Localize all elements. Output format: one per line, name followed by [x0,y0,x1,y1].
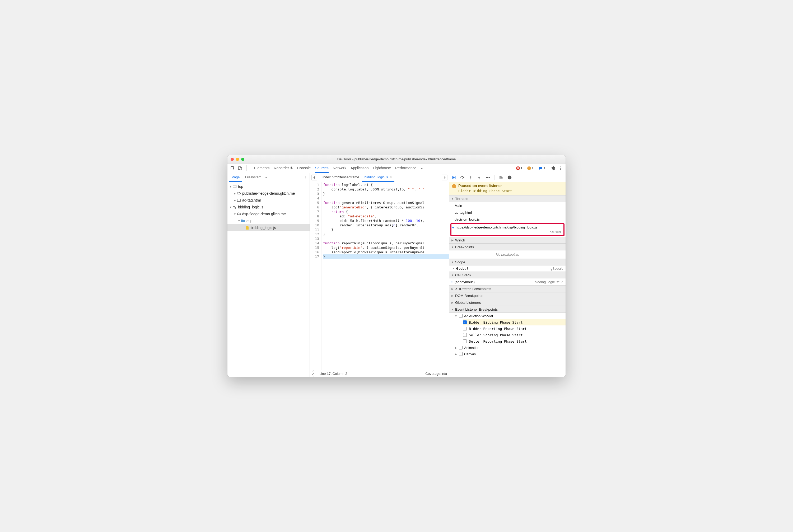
elb-option[interactable]: ✓Bidder Bidding Phase Start [463,319,566,325]
tree-file-bidding-logic[interactable]: bidding_logic.js [227,224,309,231]
zoom-window-button[interactable] [241,158,244,161]
elb-option[interactable]: Seller Reporting Phase Start [463,338,566,344]
breakpoints-empty: No breakpoints [449,250,566,259]
elb-group-ad-auction[interactable]: ▼Ad Auction Worklet [454,313,566,319]
tab-lighthouse[interactable]: Lighthouse [373,164,391,173]
checkbox-icon[interactable] [463,333,467,337]
titlebar: DevTools - publisher-fledge-demo.glitch.… [227,155,566,164]
scope-global-row[interactable]: ▶ Global global [449,265,566,271]
error-count[interactable]: ✕1 [515,166,524,170]
checkbox-mixed-icon[interactable] [459,314,462,318]
tree-folder-dsp[interactable]: ▼dsp [227,217,309,224]
cloud-icon [237,212,241,216]
inspect-element-icon[interactable] [229,165,236,171]
elb-group-canvas[interactable]: ▶Canvas [454,351,566,357]
nav-forward-button[interactable] [442,175,448,180]
minimize-window-button[interactable] [236,158,239,161]
svg-rect-10 [455,176,456,179]
svg-point-9 [234,207,236,209]
tab-recorder[interactable]: Recorder ⚗ [274,164,293,173]
tree-host-publisher[interactable]: ▶publisher-fledge-demo.glitch.me [227,190,309,197]
window-title: DevTools - publisher-fledge-demo.glitch.… [227,157,566,161]
issues-count[interactable]: 1 [537,166,547,171]
tab-network[interactable]: Network [333,164,346,173]
step-over-button[interactable] [460,175,465,180]
folder-icon [241,219,245,223]
tab-application[interactable]: Application [351,164,369,173]
close-window-button[interactable] [231,158,234,161]
checkbox-checked-icon[interactable]: ✓ [463,320,467,324]
checkbox-icon[interactable] [459,346,462,349]
current-frame-arrow-icon: ➔ [450,280,453,284]
panel-tabs: Elements Recorder ⚗ Console Sources Netw… [250,164,514,173]
resume-button[interactable] [451,175,456,180]
checkbox-icon[interactable] [463,339,467,343]
tab-sources[interactable]: Sources [315,164,328,173]
info-icon: i [452,184,456,188]
debugger-toolbar [449,173,566,182]
svg-point-14 [489,177,490,178]
navigator-kebab-icon[interactable]: ⋮ [302,175,308,179]
svg-rect-16 [509,176,509,178]
tree-host-dsp[interactable]: ▼dsp-fledge-demo.glitch.me [227,211,309,217]
tab-performance[interactable]: Performance [395,164,416,173]
tab-elements[interactable]: Elements [254,164,269,173]
svg-rect-2 [240,168,242,170]
elb-option[interactable]: Bidder Reporting Phase Start [463,325,566,332]
section-scope[interactable]: ▼Scope [449,259,566,265]
callstack-frame-0[interactable]: ➔ (anonymous) bidding_logic.js:17 [449,279,566,285]
thread-main[interactable]: Main [449,202,566,209]
checkbox-icon[interactable] [463,327,467,330]
settings-icon[interactable] [550,165,556,171]
step-into-button[interactable] [468,175,473,180]
tab-console[interactable]: Console [297,164,310,173]
section-global-listeners[interactable]: ▶Global Listeners [449,299,566,306]
pause-title: Paused on event listener [458,184,512,188]
thread-decision[interactable]: decision_logic.js [449,216,566,223]
subtab-page[interactable]: Page [229,173,242,182]
thread-active-highlight[interactable]: ➔ https://dsp-fledge-demo.glitch.me/dsp/… [450,223,565,236]
code-editor[interactable]: 1234567891011121314151617 function log(l… [310,182,449,370]
more-tabs-icon[interactable]: » [420,166,423,170]
section-dom-breakpoints[interactable]: ▶DOM Breakpoints [449,292,566,299]
section-watch[interactable]: ▶Watch [449,237,566,244]
step-out-button[interactable] [477,175,482,180]
devtools-window: DevTools - publisher-fledge-demo.glitch.… [227,155,566,377]
pause-on-exceptions-button[interactable] [507,175,512,180]
step-button[interactable] [485,175,490,180]
svg-point-8 [233,206,235,207]
close-tab-icon[interactable]: × [390,175,392,179]
debugger-pane: i Paused on event listener Bidder Biddin… [449,173,566,377]
section-event-listener-breakpoints[interactable]: ▼Event Listener Breakpoints [449,306,566,313]
file-tab-bidding-logic[interactable]: bidding_logic.js× [362,173,394,182]
tree-worklet-bidding[interactable]: ▼bidding_logic.js [227,204,309,211]
section-xhr-breakpoints[interactable]: ▶XHR/fetch Breakpoints [449,285,566,292]
coverage-label: Coverage: n/a [425,372,447,376]
elb-group-animation[interactable]: ▶Animation [454,344,566,351]
thread-adtag[interactable]: ad-tag.html [449,209,566,216]
section-threads[interactable]: ▼Threads [449,195,566,202]
tree-frame-adtag[interactable]: ▶ad-tag.html [227,197,309,204]
tree-frame-top[interactable]: ▼top [227,183,309,190]
js-file-icon [245,226,250,230]
elb-option[interactable]: Seller Scoring Phase Start [463,332,566,338]
deactivate-breakpoints-button[interactable] [499,175,504,180]
more-subtabs-icon[interactable]: » [264,175,268,179]
device-toggle-icon[interactable] [237,165,243,171]
flask-icon: ⚗ [289,166,293,170]
checkbox-icon[interactable] [459,352,462,356]
frame-icon [232,184,237,189]
pause-message: Bidder Bidding Phase Start [458,189,512,193]
svg-point-11 [462,178,463,179]
subtab-filesystem[interactable]: Filesystem [242,173,264,182]
cursor-position: Line 17, Column 2 [319,372,425,376]
section-breakpoints[interactable]: ▼Breakpoints [449,244,566,250]
kebab-menu-icon[interactable] [557,165,563,171]
thread-paused-label: paused [549,230,561,234]
warning-count[interactable]: !1 [526,166,535,170]
editor-pane: index.html?fencedframe bidding_logic.js×… [310,173,449,377]
section-callstack[interactable]: ▼Call Stack [449,271,566,279]
pretty-print-icon[interactable]: { } [312,369,318,377]
nav-back-button[interactable] [311,175,317,180]
file-tab-index[interactable]: index.html?fencedframe [320,173,362,182]
